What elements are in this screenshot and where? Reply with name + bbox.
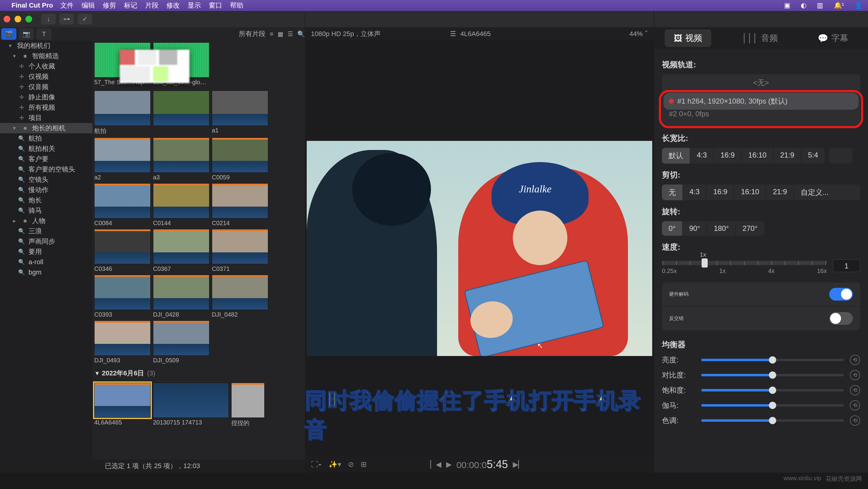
render-button[interactable]: ✓	[78, 13, 92, 25]
keyword-button[interactable]: ⊶	[59, 13, 74, 25]
library-tab-icon[interactable]: 🎬	[1, 28, 17, 40]
viewer-list-icon[interactable]: ☰	[450, 30, 456, 38]
clip-item[interactable]: 航拍	[94, 91, 151, 135]
disclosure-icon[interactable]: ▾	[95, 369, 99, 377]
next-edit-button[interactable]: ▶▏	[513, 460, 524, 469]
speed-slider-knob[interactable]	[702, 258, 708, 267]
color-tool-icon[interactable]: ⊞	[361, 460, 367, 469]
reset-icon[interactable]: ⟲	[850, 355, 860, 365]
titles-tab-icon[interactable]: T	[36, 28, 52, 40]
import-button[interactable]: ↓	[41, 13, 56, 25]
rotate-opt-90[interactable]: 90°	[683, 221, 707, 236]
reset-icon[interactable]: ⟲	[850, 370, 860, 380]
aspect-extra-box[interactable]	[829, 148, 852, 164]
clip-item[interactable]: C0367	[153, 229, 210, 272]
retime-tool-icon[interactable]: ⊘	[348, 460, 354, 469]
clip-item[interactable]: DJI_0509	[153, 321, 210, 364]
clip-item[interactable]: 20130715 174713	[153, 383, 229, 427]
play-button[interactable]: ▶	[446, 460, 452, 469]
crop-opt-custom[interactable]: 自定义...	[794, 185, 835, 200]
notification-icon[interactable]: 🔔¹	[834, 1, 844, 9]
crop-opt-169[interactable]: 16:9	[707, 185, 734, 200]
menu-modify[interactable]: 修改	[166, 1, 180, 10]
track-option-none[interactable]: <无>	[662, 74, 860, 91]
clip-item[interactable]: C0084	[94, 183, 151, 227]
menu-file[interactable]: 文件	[60, 1, 74, 10]
tray-icon-3[interactable]: ▥	[817, 1, 823, 9]
enhance-tool-icon[interactable]: ✨▾	[329, 460, 341, 469]
clip-item[interactable]: DJI_0493	[94, 321, 151, 364]
aspect-opt-54[interactable]: 5:4	[801, 148, 825, 164]
crop-opt-219[interactable]: 21:9	[766, 185, 794, 200]
menu-mark[interactable]: 标记	[124, 1, 137, 10]
track-option-2[interactable]: #2 0×0, 0fps	[663, 110, 859, 122]
hue-slider[interactable]	[701, 419, 844, 422]
clip-item[interactable]: C0346	[94, 229, 151, 272]
rotate-opt-270[interactable]: 270°	[736, 221, 764, 236]
rotate-opt-0[interactable]: 0°	[662, 221, 683, 236]
prev-edit-button[interactable]: ▏◀	[430, 460, 441, 469]
crop-tool-icon[interactable]: ⛶▾	[311, 460, 322, 469]
disclosure-icon[interactable]: ▾	[10, 53, 18, 59]
aspect-opt-219[interactable]: 21:9	[773, 148, 801, 164]
menu-view[interactable]: 显示	[188, 1, 201, 10]
menu-trim[interactable]: 修剪	[103, 1, 116, 10]
reset-icon[interactable]: ⟲	[850, 400, 860, 411]
tab-caption[interactable]: 💬字幕	[809, 29, 858, 47]
disclosure-icon[interactable]: ▸	[10, 218, 18, 224]
disclosure-icon[interactable]: ▾	[10, 125, 18, 131]
crop-opt-none[interactable]: 无	[662, 185, 683, 200]
filter-dropdown-icon[interactable]: ≡	[270, 31, 273, 38]
minimize-window-button[interactable]	[14, 16, 21, 23]
clip-item[interactable]: a1	[212, 91, 268, 135]
track-option-1[interactable]: #1 h264, 1920×1080, 30fps (默认)	[663, 93, 859, 110]
search-icon[interactable]: 🔍	[297, 30, 305, 38]
speed-slider[interactable]: 1x 0.25x 1x 4x 16x	[662, 261, 827, 274]
aspect-opt-1610[interactable]: 16:10	[742, 148, 773, 164]
clip-item[interactable]: C0371	[212, 229, 268, 272]
clip-item[interactable]: C0214	[212, 183, 268, 227]
viewer-zoom[interactable]: 44% ˅	[629, 30, 648, 38]
aspect-opt-default[interactable]: 默认	[662, 148, 690, 164]
clip-item-selected[interactable]: 4L6A6465	[94, 383, 151, 427]
clips-filter-label[interactable]: 所有片段	[239, 29, 266, 38]
rotate-opt-180[interactable]: 180°	[707, 221, 736, 236]
photos-tab-icon[interactable]: 📷	[19, 28, 34, 40]
disclosure-icon[interactable]: ▾	[6, 42, 14, 49]
browser-section-header[interactable]: ▾ 2022年6月6日 (3)	[94, 366, 303, 380]
zoom-window-button[interactable]	[26, 16, 32, 23]
clip-item[interactable]: a2	[94, 137, 151, 181]
close-window-button[interactable]	[4, 16, 10, 23]
clip-view-icon[interactable]: ▦	[278, 30, 283, 38]
tab-audio[interactable]: │││音频	[733, 29, 787, 47]
clip-item[interactable]: a3	[153, 137, 210, 181]
list-view-icon[interactable]: ☰	[288, 30, 293, 38]
tab-video[interactable]: 🖼视频	[664, 29, 711, 47]
clip-item[interactable]: DJI_0482	[212, 275, 268, 318]
clip-item[interactable]: 捏捏的	[231, 383, 265, 427]
user-avatar-icon[interactable]: 👤	[855, 1, 863, 9]
brightness-slider[interactable]	[701, 359, 844, 361]
menu-help[interactable]: 帮助	[230, 1, 243, 10]
tray-icon-2[interactable]: ◐	[801, 1, 806, 9]
menu-edit[interactable]: 编辑	[82, 1, 95, 10]
clip-item[interactable]: C0059	[212, 137, 268, 181]
menu-clip[interactable]: 片段	[145, 1, 158, 10]
crop-opt-1610[interactable]: 16:10	[734, 185, 766, 200]
clip-item[interactable]	[153, 91, 210, 135]
clip-item[interactable]: C0144	[153, 183, 210, 227]
tray-icon-1[interactable]: ▣	[784, 1, 790, 9]
saturation-slider[interactable]	[701, 389, 844, 391]
reset-icon[interactable]: ⟲	[850, 415, 860, 426]
app-name[interactable]: Final Cut Pro	[11, 1, 53, 9]
deinterlace-toggle[interactable]	[829, 312, 853, 325]
clip-item[interactable]: C0393	[94, 275, 151, 318]
menu-window[interactable]: 窗口	[209, 1, 222, 10]
aspect-opt-169[interactable]: 16:9	[714, 148, 742, 164]
viewer-canvas[interactable]: ↖ 同时我偷偷握住了手机打开手机录音	[305, 41, 654, 456]
clip-item[interactable]: DJI_0428	[153, 275, 210, 318]
crop-opt-43[interactable]: 4:3	[683, 185, 707, 200]
hw-decode-toggle[interactable]	[829, 288, 853, 300]
gamma-slider[interactable]	[701, 404, 844, 406]
speed-value-field[interactable]: 1	[833, 259, 860, 272]
